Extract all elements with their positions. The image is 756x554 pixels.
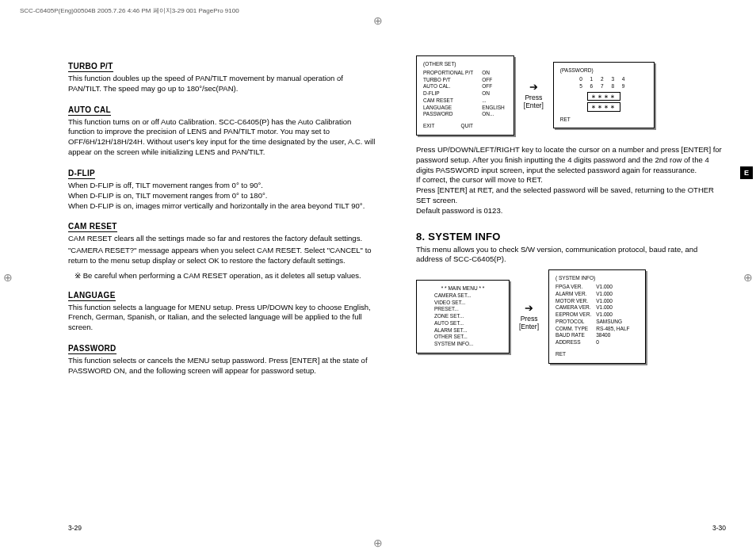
pw-instruction-4: Default password is 0123. <box>416 206 724 216</box>
heading-language: LANGUAGE <box>68 291 116 301</box>
osd-main-menu: * * MAIN MENU * * CAMERA SET...VIDEO SET… <box>416 280 510 353</box>
text-password: This function selects or cancels the MEN… <box>68 356 376 376</box>
crop-mark-top: ⊕ <box>373 14 383 27</box>
text-camreset-2: "CAMERA RESET?" message appears when you… <box>68 246 376 266</box>
heading-dflip: D-FLIP <box>68 169 95 179</box>
arrow-icon: ➔ <box>519 302 539 315</box>
pw-instruction-3: Press [ENTER] at RET, and the selected p… <box>416 185 724 206</box>
osd-password-ret: RET <box>560 117 647 124</box>
text-dflip-1: When D-FLIP is off, TILT movement ranges… <box>68 181 376 191</box>
arrow-press-enter-2: ➔ Press [Enter] <box>519 302 539 330</box>
arrow-icon: ➔ <box>524 81 544 94</box>
crop-mark-bottom: ⊕ <box>373 537 383 549</box>
page-header: SCC-C6405P(Eng)00504B 2005.7.26 4:46 PM … <box>20 6 239 15</box>
osd-other-set-title: (OTHER SET) <box>423 61 507 68</box>
password-field-1: ∗∗∗∗ <box>587 92 620 101</box>
numpad-row-1: 0 1 2 3 4 <box>560 76 647 83</box>
numpad-row-2: 5 6 7 8 9 <box>560 83 647 90</box>
text-autocal: This function turns on or off Auto Calib… <box>68 117 376 158</box>
text-dflip-3: When D-FLIP is on, images mirror vertica… <box>68 201 376 212</box>
heading-camreset: CAM RESET <box>68 222 117 232</box>
osd-system-info: ( SYSTEM INFO) FPGA VER.V1.000ALARM VER.… <box>548 269 646 363</box>
crop-mark-right: ⊕ <box>743 271 753 284</box>
osd-sysinfo-ret: RET <box>556 351 639 358</box>
osd-row-password: (OTHER SET) PROPORTIONAL P/TONTURBO P/TO… <box>416 55 724 136</box>
pw-instruction-2: If correct, the cursor will move to RET. <box>416 175 724 185</box>
page-number-left: 3-29 <box>68 524 82 532</box>
password-field-2: ∗∗∗∗ <box>587 102 620 111</box>
arrow-text-1a: Press <box>525 94 542 101</box>
arrow-text-1b: [Enter] <box>524 101 544 109</box>
osd-quit-label: QUIT <box>437 123 475 130</box>
text-system-info: This menu allows you to check S/W versio… <box>416 245 724 266</box>
left-column: TURBO P/T This function doubles up the s… <box>24 55 376 381</box>
pw-instruction-1: Press UP/DOWN/LEFT/RIGHT key to locate t… <box>416 145 724 175</box>
text-language: This function selects a language for MEN… <box>68 303 376 333</box>
arrow-press-enter-1: ➔ Press [Enter] <box>524 81 544 109</box>
osd-other-set: (OTHER SET) PROPORTIONAL P/TONTURBO P/TO… <box>416 55 514 136</box>
osd-sysinfo-title: ( SYSTEM INFO) <box>556 275 639 282</box>
osd-row-sysinfo: * * MAIN MENU * * CAMERA SET...VIDEO SET… <box>416 269 724 363</box>
heading-autocal: AUTO CAL <box>68 105 111 116</box>
osd-password: (PASSWORD) 0 1 2 3 4 5 6 7 8 9 ∗∗∗∗ ∗∗∗∗… <box>553 62 655 128</box>
text-dflip-2: When D-FLIP is on, TILT movement ranges … <box>68 191 376 201</box>
side-tab: E <box>740 166 753 179</box>
heading-password: PASSWORD <box>68 344 116 354</box>
note-camreset: ※ Be careful when performing a CAM RESET… <box>74 271 376 281</box>
heading-turbo: TURBO P/T <box>68 62 113 72</box>
page-number-right: 3-30 <box>712 524 726 532</box>
osd-sysinfo-table: FPGA VER.V1.000ALARM VER.V1.000MOTOR VER… <box>556 284 632 346</box>
arrow-text-2a: Press <box>521 315 538 323</box>
osd-password-title: (PASSWORD) <box>560 67 647 75</box>
main-menu-items: CAMERA SET...VIDEO SET...PRESET...ZONE S… <box>423 292 502 348</box>
main-menu-title: * * MAIN MENU * * <box>423 285 502 292</box>
text-camreset-1: CAM RESET clears all the settings made s… <box>68 234 376 244</box>
osd-other-set-table: PROPORTIONAL P/TONTURBO P/TOFFAUTO CAL.O… <box>423 70 507 118</box>
text-turbo: This function doubles up the speed of PA… <box>68 74 376 94</box>
heading-system-info: 8. SYSTEM INFO <box>416 231 724 243</box>
osd-exit-label: EXIT <box>423 123 437 130</box>
right-column: E (OTHER SET) PROPORTIONAL P/TONTURBO P/… <box>416 55 732 381</box>
arrow-text-2b: [Enter] <box>519 323 539 330</box>
crop-mark-left: ⊕ <box>3 271 13 284</box>
